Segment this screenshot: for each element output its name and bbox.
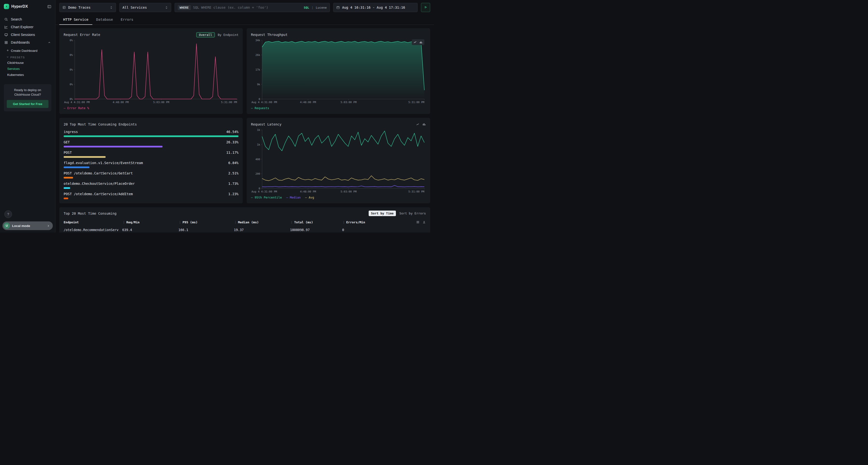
rows-icon[interactable] [416, 221, 420, 224]
col-errors-min[interactable]: ⋮Errors/Min [342, 221, 409, 224]
panel-title: Request Latency [251, 122, 281, 126]
endpoint-bar [64, 166, 89, 168]
tab-errors[interactable]: Errors [117, 15, 137, 25]
svg-text:0%: 0% [70, 98, 73, 101]
language-sql-toggle[interactable]: SQL [304, 6, 309, 9]
svg-text:5:03:00 PM: 5:03:00 PM [341, 190, 357, 193]
create-dashboard-label: Create Dashboard [11, 49, 37, 53]
endpoint-bar-item[interactable]: POST /oteldemo.CartService/AddItem1.23% [64, 192, 239, 199]
grid-icon [4, 41, 8, 44]
endpoint-label: GET [64, 140, 70, 144]
panel-title: Request Throughput [251, 33, 288, 37]
sidebar-item-search[interactable]: Search [0, 15, 55, 23]
table-cell: 639.4 [122, 228, 177, 232]
col-total[interactable]: ⋮Total (ms) [290, 221, 340, 224]
svg-text:0%: 0% [70, 68, 73, 71]
search-input[interactable] [193, 5, 301, 9]
legend-item[interactable]: — 95th Percentile [251, 196, 282, 200]
panel-top-endpoints: 20 Top Most Time Consuming Endpoints ing… [59, 118, 243, 203]
create-dashboard-button[interactable]: Create Dashboard [0, 47, 55, 54]
column-menu-icon[interactable]: ⋮ [122, 221, 125, 224]
help-button[interactable]: ? [4, 210, 12, 218]
svg-text:0: 0 [258, 98, 260, 101]
sort-by-errors-button[interactable]: Sort by Errors [399, 211, 426, 215]
source-select[interactable]: Demo Traces [59, 3, 116, 12]
endpoint-bar-item[interactable]: POST11.17% [64, 151, 239, 158]
chevron-down-icon [6, 56, 9, 59]
overall-toggle[interactable]: Overall [196, 32, 215, 37]
by-endpoint-toggle[interactable]: By Endpoint [218, 33, 239, 37]
legend-item[interactable]: — Avg [305, 196, 314, 200]
presets-toggle[interactable]: PRESETS [0, 54, 55, 60]
legend-item[interactable]: — Median [286, 196, 301, 200]
legend-item[interactable]: — Requests [251, 106, 269, 110]
presets-label: PRESETS [10, 56, 25, 59]
column-menu-icon[interactable]: ⋮ [234, 221, 237, 224]
tab-database[interactable]: Database [92, 15, 117, 25]
endpoint-value: 1.73% [228, 182, 239, 186]
sidebar-item-services[interactable]: Services [0, 66, 55, 72]
service-tabs: HTTP Service Database Errors [56, 15, 434, 25]
sidebar-collapse-icon[interactable] [47, 5, 51, 9]
endpoint-bar-item[interactable]: GET26.33% [64, 140, 239, 147]
svg-text:5:31:00 PM: 5:31:00 PM [408, 190, 425, 193]
col-endpoint[interactable]: Endpoint [64, 221, 120, 224]
svg-text:34k: 34k [255, 39, 260, 42]
monitor-icon [4, 33, 8, 37]
col-req-min[interactable]: ⋮Req/Min [122, 221, 177, 224]
local-mode-pill[interactable]: U Local mode [2, 222, 53, 230]
error-rate-legend: — Error Rate % [64, 106, 239, 110]
service-select[interactable]: All Services [119, 3, 171, 12]
col-p95[interactable]: ⋮P95 (ms) [179, 221, 232, 224]
user-avatar: U [4, 223, 10, 229]
app-title: HyperDX [11, 4, 45, 9]
sidebar-item-clickhouse[interactable]: ClickHouse [0, 60, 55, 66]
endpoint-bar-item[interactable]: POST /oteldemo.CartService/GetCart2.51% [64, 171, 239, 178]
sidebar-item-chart-explorer[interactable]: Chart Explorer [0, 23, 55, 31]
column-menu-icon[interactable]: ⋮ [290, 221, 293, 224]
sidebar-item-label: Dashboards [11, 40, 30, 44]
download-icon[interactable] [423, 221, 426, 224]
line-chart-icon[interactable] [413, 40, 417, 44]
sidebar-item-dashboards[interactable]: Dashboards [0, 38, 55, 46]
column-menu-icon[interactable]: ⋮ [179, 221, 182, 224]
chevron-up-icon [48, 41, 51, 44]
endpoint-value: 26.33% [226, 140, 239, 144]
error-rate-chart[interactable]: 0%0%0%0%0%Aug 4 4:31:00 PM4:48:00 PM5:03… [64, 38, 239, 105]
cloud-card-line1: Ready to deploy on [7, 88, 49, 93]
throughput-legend: — Requests [251, 106, 426, 110]
table-body: /oteldemo.RecommendationServ639.4166.119… [64, 224, 426, 232]
hyperdx-logo-icon [4, 4, 9, 9]
get-started-button[interactable]: Get Started for Free [7, 100, 49, 108]
svg-text:4:48:00 PM: 4:48:00 PM [300, 101, 316, 104]
bar-chart-icon[interactable] [419, 40, 423, 44]
endpoint-label: POST /oteldemo.CartService/AddItem [64, 192, 133, 196]
column-menu-icon[interactable]: ⋮ [342, 221, 345, 224]
endpoint-bar-item[interactable]: flagd.evaluation.v1.Service/EventStream6… [64, 161, 239, 168]
endpoint-bar-item[interactable]: ingress46.54% [64, 130, 239, 137]
tab-http-service[interactable]: HTTP Service [59, 15, 92, 25]
time-range-value: Aug 4 16:31:16 - Aug 4 17:31:16 [342, 5, 405, 9]
sidebar-item-client-sessions[interactable]: Client Sessions [0, 31, 55, 38]
histogram-icon[interactable] [423, 123, 426, 126]
search-icon [4, 18, 8, 21]
time-range-picker[interactable]: Aug 4 16:31:16 - Aug 4 17:31:16 [333, 3, 417, 12]
panel-top-time-consuming-table: Top 20 Most Time Consuming Sort by Time … [59, 207, 430, 232]
table-row[interactable]: /oteldemo.RecommendationServ639.4166.119… [64, 228, 426, 232]
svg-text:0: 0 [258, 187, 260, 190]
latency-legend: — 95th Percentile— Median— Avg [251, 196, 426, 200]
run-query-button[interactable] [421, 3, 430, 12]
endpoint-bar-item[interactable]: oteldemo.CheckoutService/PlaceOrder1.73% [64, 182, 239, 189]
panel-request-latency: Request Latency 02004001k1kAug 4 4:31:00… [247, 118, 430, 203]
svg-text:5:31:00 PM: 5:31:00 PM [408, 101, 425, 104]
latency-chart[interactable]: 02004001k1kAug 4 4:31:00 PM4:48:00 PM5:0… [251, 128, 426, 195]
search-box[interactable]: WHERE SQL | Lucene [175, 3, 330, 12]
sort-by-time-button[interactable]: Sort by Time [369, 210, 396, 216]
legend-item[interactable]: — Error Rate % [64, 106, 89, 110]
line-chart-icon[interactable] [416, 123, 420, 126]
language-lucene-toggle[interactable]: Lucene [316, 6, 327, 9]
col-median[interactable]: ⋮Median (ms) [234, 221, 288, 224]
cloud-card-line2: ClickHouse Cloud? [7, 93, 49, 97]
sidebar-item-kubernetes[interactable]: Kubernetes [0, 72, 55, 78]
throughput-chart[interactable]: 09k17k26k34kAug 4 4:31:00 PM4:48:00 PM5:… [251, 38, 426, 105]
